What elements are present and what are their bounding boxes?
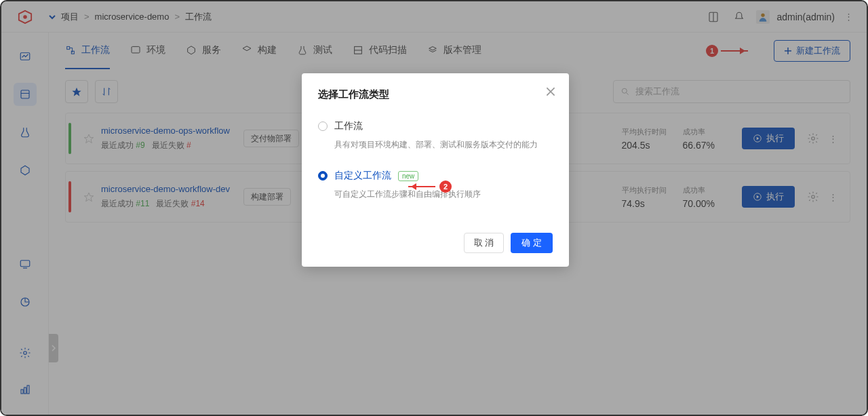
radio-checked[interactable]: [318, 171, 328, 181]
cancel-button[interactable]: 取 消: [464, 233, 505, 253]
ok-button[interactable]: 确 定: [511, 233, 553, 253]
workflow-type-modal: 选择工作流类型 工作流 具有对项目环境构建、部署、测试和服务版本交付的能力 自定…: [302, 73, 569, 267]
new-badge: new: [398, 171, 418, 181]
option-standard-workflow[interactable]: 工作流 具有对项目环境构建、部署、测试和服务版本交付的能力: [318, 120, 553, 151]
annotation-2: 2: [408, 181, 452, 193]
modal-title: 选择工作流类型: [318, 88, 553, 101]
radio-unchecked[interactable]: [318, 121, 328, 131]
close-icon[interactable]: [545, 86, 557, 98]
